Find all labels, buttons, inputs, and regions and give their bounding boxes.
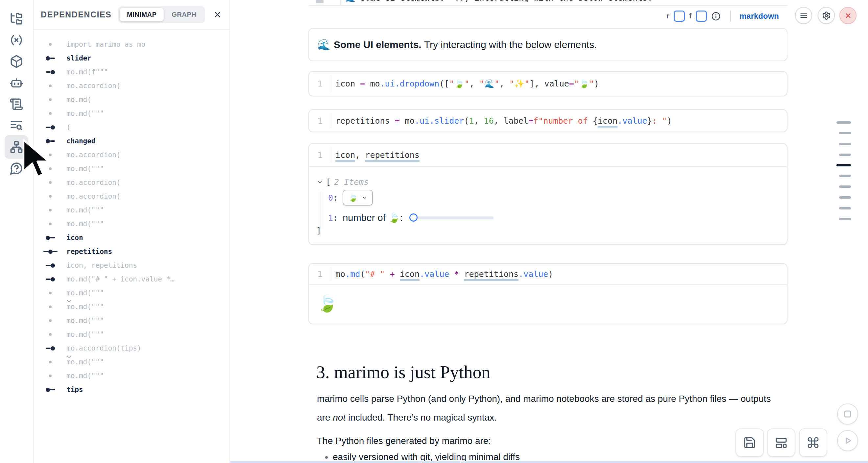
cell-icon-dropdown[interactable]: 1 icon = mo.ui.dropdown(["🍃", "🌊", "✨"],…	[308, 71, 787, 96]
section-collapse-chevron[interactable]	[65, 353, 73, 361]
close-icon	[213, 10, 222, 19]
minimap-item[interactable]: mo.accordion(	[34, 148, 229, 162]
minimap-item[interactable]: mo.md(	[34, 93, 229, 106]
info-button[interactable]	[711, 11, 721, 21]
help-bubble-icon	[9, 161, 23, 175]
run-button[interactable]	[837, 430, 858, 451]
scrolled-markdown-editor[interactable]: 🌊 Some UI elements. Try interacting with…	[308, 0, 787, 6]
sidebar-item-snippets[interactable]	[5, 114, 28, 137]
outline-bar[interactable]	[839, 143, 851, 145]
notebook-menu-button[interactable]	[795, 7, 812, 24]
info-icon	[711, 11, 721, 21]
minimap-item-label: (	[66, 123, 71, 131]
outline-bar[interactable]	[839, 175, 851, 177]
dependencies-header: DEPENDENCIES MINIMAP GRAPH	[34, 0, 229, 30]
cell-icon-repetitions[interactable]: 1 icon, repetitions [ 2 Items 0 : 🍃 1 : …	[308, 143, 787, 245]
markdown-source-line: 🌊 Some UI elements. Try interacting with…	[345, 0, 652, 3]
outline-bar[interactable]	[839, 207, 851, 210]
minimap-item[interactable]: icon, repetitions	[34, 258, 229, 272]
minimap-item[interactable]: (	[34, 120, 229, 134]
cell-edge-marker	[43, 277, 58, 281]
minimap-item[interactable]: mo.md("""	[34, 300, 229, 314]
icon-dropdown-widget[interactable]: 🍃	[343, 190, 373, 206]
minimap-item-label: icon, repetitions	[66, 261, 137, 269]
outline-bar-active[interactable]	[836, 164, 851, 166]
code-line[interactable]: repetitions = mo.ui.slider(1, 16, label=…	[335, 116, 672, 126]
minimap-item[interactable]: repetitions	[34, 245, 229, 258]
sidebar-item-packages[interactable]	[5, 50, 28, 73]
fstring-toggle-label: f	[689, 12, 691, 21]
shutdown-button[interactable]	[839, 7, 857, 24]
minimap-item[interactable]: import marimo as mo	[34, 37, 229, 51]
language-label[interactable]: markdown	[739, 11, 779, 21]
dependencies-panel: DEPENDENCIES MINIMAP GRAPH import marimo…	[33, 0, 230, 463]
tab-minimap[interactable]: MINIMAP	[120, 8, 164, 21]
cell-edge-marker	[43, 125, 58, 129]
minimap-item[interactable]: mo.accordion(	[34, 189, 229, 203]
reference-checkbox[interactable]	[674, 10, 685, 22]
keyboard-shortcuts-button[interactable]	[799, 429, 827, 457]
fstring-checkbox[interactable]	[696, 10, 707, 22]
repetitions-slider-widget[interactable]	[409, 213, 494, 222]
stop-button[interactable]	[837, 403, 858, 425]
minimap-item[interactable]: mo.accordion(tips)	[34, 341, 229, 355]
tree-row-dropdown: 0 : 🍃	[328, 190, 373, 206]
sidebar-item-dependencies[interactable]	[5, 135, 28, 159]
minimap-item[interactable]: mo.md("""	[34, 106, 229, 120]
cell-dot-marker	[43, 374, 58, 377]
minimap-item[interactable]: mo.md("""	[34, 162, 229, 176]
minimap-item[interactable]: tips	[34, 383, 229, 397]
tab-graph[interactable]: GRAPH	[164, 8, 204, 21]
outline-bar[interactable]	[839, 185, 851, 188]
tree-key: 0	[328, 193, 333, 203]
code-line[interactable]: icon = mo.ui.dropdown(["🍃", "🌊", "✨"], v…	[335, 79, 599, 89]
minimap-item[interactable]: slider	[34, 51, 229, 65]
line-number: 1	[309, 110, 331, 131]
minimap-item[interactable]: mo.accordion(	[34, 79, 229, 93]
layout-button[interactable]	[767, 429, 795, 457]
cell-dot-marker	[43, 112, 58, 115]
outline-bar[interactable]	[839, 132, 851, 134]
output-regular-text: Try interacting with the below elements.	[424, 39, 597, 50]
cell-drag-handle[interactable]	[316, 0, 323, 3]
panel-close-button[interactable]	[212, 9, 223, 20]
slider-track[interactable]	[409, 216, 494, 219]
cell-md-repeat[interactable]: 1 mo.md("# " + icon.value * repetitions.…	[308, 263, 787, 324]
sidebar-item-file-explorer[interactable]	[5, 7, 28, 31]
minimap-item[interactable]: mo.accordion(	[34, 176, 229, 189]
minimap-item[interactable]: mo.md(f"""	[34, 65, 229, 79]
minimap-item[interactable]: mo.md("""	[34, 314, 229, 328]
code-line[interactable]: icon, repetitions	[335, 150, 420, 160]
cell-dot-marker	[43, 292, 58, 294]
outline-bar[interactable]	[839, 218, 851, 220]
tree-output-header[interactable]: [ 2 Items	[317, 177, 369, 187]
chevron-down-icon	[317, 179, 322, 185]
sidebar-item-ai-assistant[interactable]	[5, 71, 28, 95]
save-button[interactable]	[736, 429, 764, 457]
output-collapse-chevron[interactable]	[65, 298, 73, 305]
minimap-item[interactable]: mo.md("""	[34, 286, 229, 300]
minimap-item[interactable]: mo.md("""	[34, 355, 229, 369]
gutter-divider	[331, 267, 332, 281]
sidebar-item-help[interactable]	[5, 157, 28, 180]
slider-handle[interactable]	[409, 213, 417, 222]
minimap-item[interactable]: icon	[34, 231, 229, 245]
cell-dot-marker	[43, 167, 58, 170]
file-tree-icon	[9, 12, 23, 26]
code-line[interactable]: mo.md("# " + icon.value * repetitions.va…	[335, 269, 553, 279]
minimap-item-label: mo.md("""	[66, 206, 104, 214]
outline-bar[interactable]	[839, 154, 851, 156]
minimap-item[interactable]: mo.md("""	[34, 217, 229, 231]
minimap-item[interactable]: changed	[34, 134, 229, 148]
minimap-item[interactable]: mo.md("""	[34, 203, 229, 217]
minimap-item[interactable]: mo.md("""	[34, 328, 229, 341]
cell-dot-marker	[43, 195, 58, 197]
outline-bar[interactable]	[836, 121, 851, 124]
cell-repetitions-slider[interactable]: 1 repetitions = mo.ui.slider(1, 16, labe…	[308, 109, 787, 132]
minimap-item[interactable]: mo.md("""	[34, 369, 229, 383]
minimap-item[interactable]: mo.md("# " + icon.value *…	[34, 272, 229, 286]
sidebar-item-variables[interactable]	[5, 28, 28, 52]
settings-button[interactable]	[818, 7, 835, 24]
outline-bar[interactable]	[839, 196, 851, 198]
sidebar-item-logs[interactable]	[5, 92, 28, 116]
